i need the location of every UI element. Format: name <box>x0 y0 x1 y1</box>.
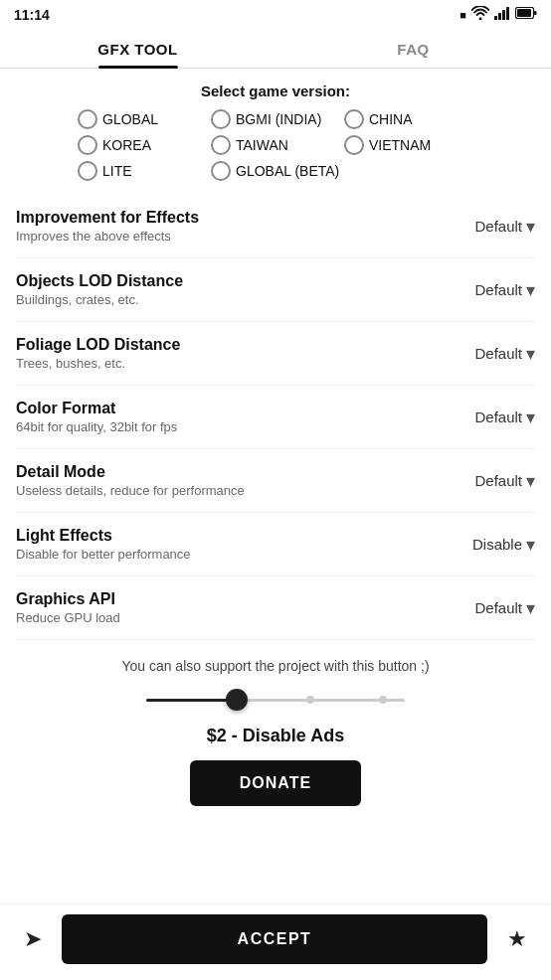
setting-value-detail: Default <box>474 472 522 489</box>
setting-info-improvement: Improvement for Effects Improves the abo… <box>16 209 446 244</box>
setting-value-graphics: Default <box>474 599 522 616</box>
svg-rect-3 <box>506 7 509 20</box>
chevron-objects-icon: ▾ <box>526 281 535 299</box>
donate-button[interactable]: DONATE <box>190 760 361 806</box>
radio-global-beta[interactable] <box>211 161 231 181</box>
bottom-bar: ➤ ACCEPT ★ <box>0 903 551 980</box>
version-option-bgmi[interactable]: BGMI (INDIA) <box>211 109 340 129</box>
setting-info-light: Light Effects Disable for better perform… <box>16 527 446 562</box>
version-section: Select game version: GLOBAL BGMI (INDIA)… <box>16 69 535 195</box>
tab-bar: GFX TOOL FAQ <box>0 27 551 69</box>
version-title: Select game version: <box>16 82 535 99</box>
setting-control-objects[interactable]: Default ▾ <box>446 281 535 299</box>
setting-name-foliage: Foliage LOD Distance <box>16 336 446 354</box>
setting-info-detail: Detail Mode Useless details, reduce for … <box>16 463 446 498</box>
setting-name-detail: Detail Mode <box>16 463 446 481</box>
slider-fill <box>146 699 237 702</box>
version-option-vietnam[interactable]: VIETNAM <box>344 135 473 155</box>
version-row-1: GLOBAL BGMI (INDIA) CHINA <box>16 109 535 129</box>
version-option-global[interactable]: GLOBAL <box>78 109 207 129</box>
version-option-korea[interactable]: KOREA <box>78 135 207 155</box>
donate-section: You can also support the project with th… <box>16 640 535 824</box>
donate-support-text: You can also support the project with th… <box>16 658 535 674</box>
setting-improvement-effects: Improvement for Effects Improves the abo… <box>16 195 535 258</box>
radio-vietnam[interactable] <box>344 135 364 155</box>
send-button[interactable]: ➤ <box>16 918 50 960</box>
setting-desc-objects: Buildings, crates, etc. <box>16 292 446 307</box>
donate-amount: $2 - Disable Ads <box>16 726 535 746</box>
setting-info-graphics: Graphics API Reduce GPU load <box>16 590 446 625</box>
battery-icon <box>515 7 537 22</box>
setting-value-objects: Default <box>474 281 522 298</box>
svg-rect-5 <box>517 9 531 17</box>
slider-track <box>146 699 405 702</box>
setting-name-objects: Objects LOD Distance <box>16 272 446 290</box>
slider-dot-2 <box>379 696 387 704</box>
wifi-icon <box>471 6 489 23</box>
setting-light-effects: Light Effects Disable for better perform… <box>16 513 535 576</box>
version-option-taiwan[interactable]: TAIWAN <box>211 135 340 155</box>
setting-objects-lod: Objects LOD Distance Buildings, crates, … <box>16 258 535 322</box>
setting-value-improvement: Default <box>474 218 522 235</box>
slider-dot-1 <box>306 696 314 704</box>
radio-korea[interactable] <box>78 135 97 155</box>
svg-rect-1 <box>498 13 501 20</box>
slider-thumb[interactable] <box>226 689 248 711</box>
tab-gfx-tool[interactable]: GFX TOOL <box>0 27 276 68</box>
star-icon: ★ <box>507 926 527 951</box>
settings-list: Improvement for Effects Improves the abo… <box>16 195 535 640</box>
setting-desc-light: Disable for better performance <box>16 547 446 562</box>
main-content: Select game version: GLOBAL BGMI (INDIA)… <box>0 69 551 903</box>
setting-name-light: Light Effects <box>16 527 446 545</box>
chevron-improvement-icon: ▾ <box>526 218 535 236</box>
donate-slider[interactable] <box>146 688 405 712</box>
version-label-vietnam: VIETNAM <box>369 137 431 153</box>
setting-control-improvement[interactable]: Default ▾ <box>446 218 535 236</box>
chevron-detail-icon: ▾ <box>526 472 535 490</box>
radio-bgmi[interactable] <box>211 109 231 129</box>
setting-name-color: Color Format <box>16 400 446 417</box>
version-option-china[interactable]: CHINA <box>344 109 473 129</box>
setting-control-graphics[interactable]: Default ▾ <box>446 599 535 617</box>
chevron-foliage-icon: ▾ <box>526 345 535 363</box>
setting-control-light[interactable]: Disable ▾ <box>446 536 535 554</box>
radio-global[interactable] <box>78 109 97 129</box>
status-bar: 11:14 ■ <box>0 0 551 27</box>
setting-detail-mode: Detail Mode Useless details, reduce for … <box>16 449 535 513</box>
setting-info-objects: Objects LOD Distance Buildings, crates, … <box>16 272 446 307</box>
setting-control-color[interactable]: Default ▾ <box>446 408 535 426</box>
radio-taiwan[interactable] <box>211 135 231 155</box>
version-label-taiwan: TAIWAN <box>236 137 288 153</box>
tab-faq[interactable]: FAQ <box>276 27 551 68</box>
chevron-light-icon: ▾ <box>526 536 535 554</box>
version-label-global: GLOBAL <box>102 111 158 127</box>
version-row-3: LITE GLOBAL (BETA) <box>16 161 535 181</box>
setting-desc-improvement: Improves the above effects <box>16 229 446 244</box>
status-icons: ■ <box>459 6 537 23</box>
setting-control-detail[interactable]: Default ▾ <box>446 472 535 490</box>
setting-desc-detail: Useless details, reduce for performance <box>16 483 446 498</box>
setting-name-improvement: Improvement for Effects <box>16 209 446 227</box>
send-icon: ➤ <box>24 926 42 951</box>
version-label-bgmi: BGMI (INDIA) <box>236 111 321 127</box>
setting-desc-color: 64bit for quality, 32bit for fps <box>16 419 446 434</box>
version-option-lite[interactable]: LITE <box>78 161 207 181</box>
accept-button[interactable]: ACCEPT <box>62 914 487 964</box>
status-time: 11:14 <box>14 7 50 23</box>
svg-rect-6 <box>534 11 537 15</box>
setting-info-color: Color Format 64bit for quality, 32bit fo… <box>16 400 446 434</box>
signal-icon <box>494 6 510 23</box>
radio-lite[interactable] <box>78 161 97 181</box>
setting-foliage-lod: Foliage LOD Distance Trees, bushes, etc.… <box>16 322 535 386</box>
setting-control-foliage[interactable]: Default ▾ <box>446 345 535 363</box>
setting-graphics-api: Graphics API Reduce GPU load Default ▾ <box>16 576 535 640</box>
favorite-button[interactable]: ★ <box>499 918 535 960</box>
sim-icon: ■ <box>459 9 466 21</box>
setting-desc-foliage: Trees, bushes, etc. <box>16 356 446 371</box>
radio-china[interactable] <box>344 109 364 129</box>
version-option-global-beta[interactable]: GLOBAL (BETA) <box>211 161 340 181</box>
svg-rect-0 <box>494 16 497 20</box>
svg-rect-2 <box>502 10 505 20</box>
version-label-global-beta: GLOBAL (BETA) <box>236 163 339 179</box>
setting-desc-graphics: Reduce GPU load <box>16 610 446 625</box>
